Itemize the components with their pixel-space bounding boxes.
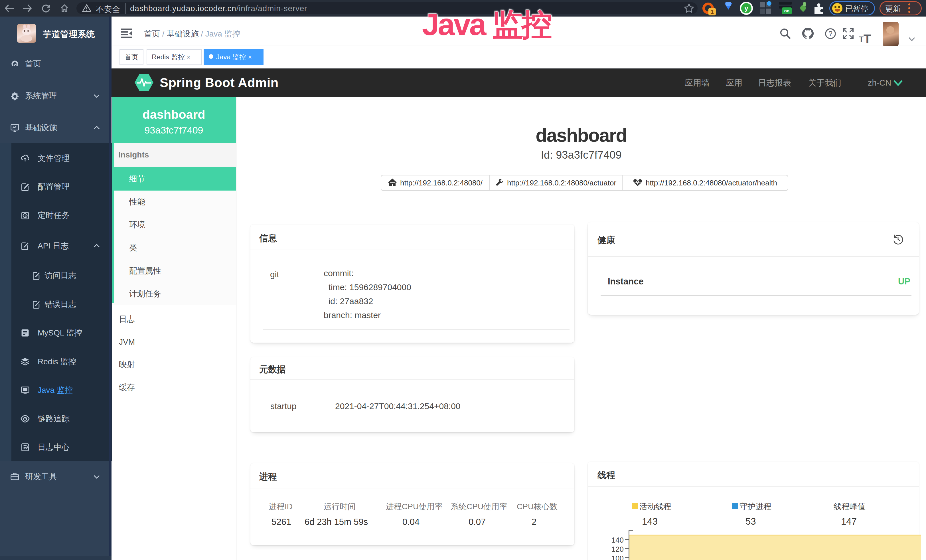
svg-text:?: ? (828, 30, 832, 37)
